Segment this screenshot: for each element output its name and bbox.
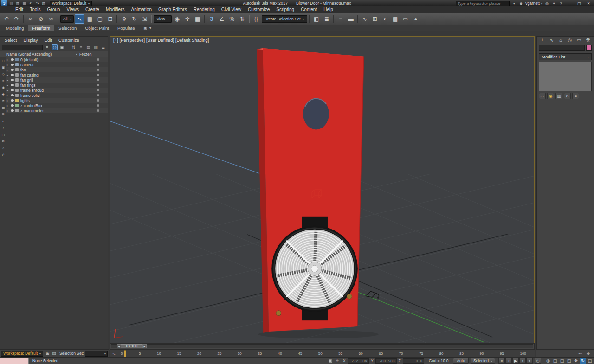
visibility-eye-icon[interactable] (11, 74, 14, 76)
key-mode-icon[interactable]: ◆ (585, 351, 591, 357)
explorer-menu-item[interactable]: Display (20, 38, 41, 43)
menu-item[interactable]: Content (297, 6, 320, 13)
undo-quick-icon[interactable]: ↶ (28, 0, 34, 6)
create-new-toolbar-icon[interactable]: ⊞ (45, 351, 51, 357)
time-slider-grip[interactable]: ◀ 0 / 100 ▶ (117, 344, 147, 348)
next-frame-arrow-icon[interactable]: ▶ (142, 344, 147, 348)
scene-explorer-row[interactable]: fan rings (6, 83, 108, 88)
y-value-field[interactable]: -80.583 (375, 358, 397, 364)
scene-explorer-row[interactable]: 0 (default) (6, 57, 108, 62)
select-and-manipulate-icon[interactable]: ✜ (183, 14, 192, 24)
frozen-toggle-icon[interactable] (92, 94, 108, 96)
menu-item[interactable]: Rendering (190, 6, 218, 13)
toolbar-options-icon[interactable]: ▤ (51, 351, 57, 357)
x-value-field[interactable]: 272.309 (348, 358, 369, 364)
select-and-rotate-icon[interactable]: ↻ (129, 14, 139, 24)
scene-explorer-row[interactable]: frame solid (6, 93, 108, 98)
rendered-frame-icon[interactable]: ▭ (401, 14, 410, 24)
flat-list-icon[interactable]: ▤ (85, 44, 91, 50)
pin-stack-button[interactable]: ⊶ (539, 93, 546, 99)
display-helpers-icon[interactable]: ✚ (1, 92, 6, 97)
scene-explorer-row[interactable]: z-controlBox (6, 103, 108, 108)
frozen-toggle-icon[interactable] (92, 69, 108, 71)
ribbon-toggle-icon[interactable]: ▬ (346, 14, 355, 24)
expand-caret-icon[interactable] (7, 89, 11, 92)
frozen-column-header[interactable]: ▲ Frozen (75, 52, 108, 57)
menu-item[interactable]: Animation (128, 6, 155, 13)
menu-item[interactable]: Help (320, 6, 336, 13)
object-color-swatch[interactable] (586, 45, 592, 51)
visibility-eye-icon[interactable] (11, 89, 14, 91)
explorer-menu-item[interactable]: Customize (55, 38, 83, 43)
set-keys-button[interactable]: ⊷ (577, 351, 583, 357)
expand-caret-icon[interactable] (7, 63, 11, 66)
viewport-canvas[interactable] (110, 37, 534, 343)
zoom-region-button[interactable]: ◰ (566, 358, 572, 364)
save-file-icon[interactable]: ▦ (21, 0, 27, 6)
zoom-all-button[interactable]: ◫ (552, 358, 558, 364)
maximize-viewport-button[interactable]: ◲ (587, 358, 593, 364)
frozen-toggle-icon[interactable] (92, 84, 108, 86)
frozen-toggle-icon[interactable] (92, 109, 108, 112)
rectangular-selection-icon[interactable]: ▢ (95, 14, 104, 24)
frozen-toggle-icon[interactable] (92, 64, 108, 66)
application-menu-button[interactable]: 3 (1, 0, 7, 6)
display-frozen-icon[interactable]: ❄ (1, 139, 6, 144)
frozen-toggle-icon[interactable] (92, 79, 108, 81)
render-production-icon[interactable]: ◕ (411, 14, 420, 24)
go-to-end-button[interactable]: » (526, 358, 533, 364)
edit-named-selections-icon[interactable]: {} (252, 14, 261, 24)
auto-key-button[interactable]: Auto (453, 358, 469, 364)
redo-icon[interactable]: ↷ (12, 14, 21, 24)
search-options-icon[interactable]: ▾ (511, 0, 517, 6)
help-icon[interactable]: ? (558, 0, 564, 6)
display-containers-icon[interactable]: ▢ (1, 133, 6, 137)
create-tab-icon[interactable]: + (539, 37, 546, 43)
ribbon-minimize-caret[interactable]: ▾ (149, 26, 151, 30)
previous-frame-button[interactable]: ‹ (505, 358, 512, 364)
frozen-toggle-icon[interactable] (92, 99, 108, 102)
named-selection-dropdown[interactable]: Create Selection Set (262, 15, 307, 23)
explorer-menu-item[interactable]: Select (1, 38, 20, 43)
modifier-stack[interactable] (539, 62, 592, 91)
pan-button[interactable]: ✥ (573, 358, 579, 364)
scene-explorer-row[interactable]: fan casing (6, 72, 108, 77)
make-unique-button[interactable]: ▥ (555, 93, 562, 99)
object-name[interactable]: fan casing (20, 73, 92, 77)
visibility-eye-icon[interactable] (11, 69, 14, 71)
scene-explorer-row[interactable]: fan (6, 67, 108, 72)
object-name-field[interactable] (539, 45, 585, 51)
remove-modifier-button[interactable]: ✕ (564, 93, 571, 99)
menu-item[interactable]: Graph Editors (155, 6, 190, 13)
select-and-scale-icon[interactable]: ⇲ (140, 14, 149, 24)
user-menu-caret-icon[interactable]: ▾ (541, 2, 542, 5)
visibility-eye-icon[interactable] (11, 79, 14, 81)
explorer-settings-icon[interactable]: ≣ (100, 44, 106, 50)
snaps-toggle-icon[interactable]: 3 (207, 14, 216, 24)
menu-item[interactable]: Tools (26, 6, 44, 13)
menu-item[interactable]: Views (63, 6, 82, 13)
select-and-move-icon[interactable]: ✥ (119, 14, 129, 24)
use-pivot-center-icon[interactable]: ◉ (173, 14, 182, 24)
selection-filter-dropdown[interactable]: All (60, 15, 74, 23)
display-lights-icon[interactable]: ✶ (1, 79, 6, 83)
hierarchy-mode-icon[interactable]: ≡ (78, 44, 84, 50)
visibility-eye-icon[interactable] (11, 84, 14, 86)
display-hidden-icon[interactable]: ○ (1, 146, 6, 151)
undo-icon[interactable]: ↶ (2, 14, 11, 24)
viewport-label[interactable]: [+] [Perspective] [User Defined] [Defaul… (113, 38, 209, 43)
explorer-search-input[interactable] (2, 45, 43, 50)
time-configuration-button[interactable]: ◷ (535, 358, 541, 364)
scene-explorer-row[interactable]: camera (6, 62, 108, 67)
window-crossing-icon[interactable]: ⊟ (105, 14, 115, 24)
material-editor-icon[interactable]: ◐ (381, 14, 390, 24)
render-setup-icon[interactable]: ▤ (391, 14, 400, 24)
menu-item[interactable]: Customize (245, 6, 273, 13)
frozen-toggle-icon[interactable] (92, 104, 108, 107)
go-to-start-button[interactable]: « (498, 358, 505, 364)
redo-quick-icon[interactable]: ↷ (34, 0, 40, 6)
zoom-extents-button[interactable]: ◱ (559, 358, 565, 364)
tab-populate[interactable]: Populate (113, 25, 139, 31)
display-groups-icon[interactable]: ▦ (1, 106, 6, 110)
motion-tab-icon[interactable]: ◎ (567, 37, 573, 43)
